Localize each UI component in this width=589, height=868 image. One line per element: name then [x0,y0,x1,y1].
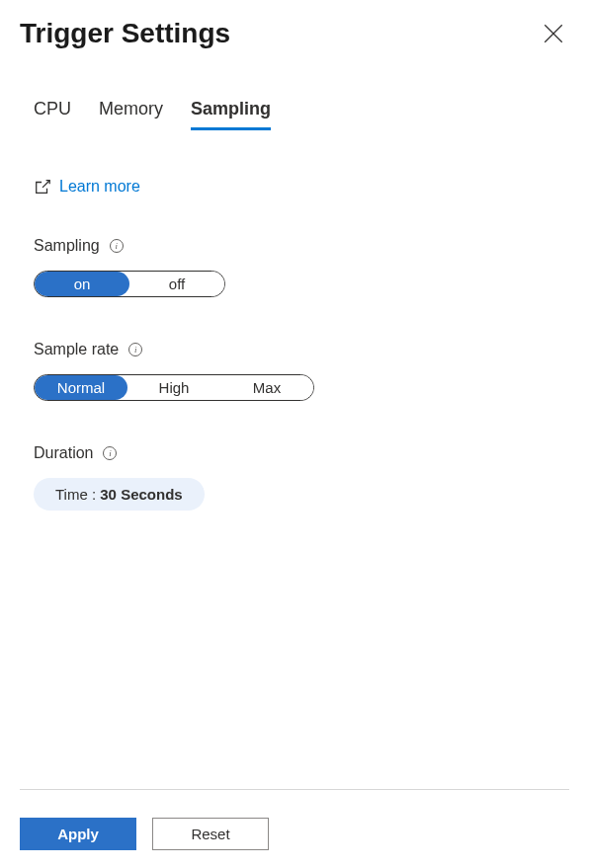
sample-rate-selector: Normal High Max [34,374,314,401]
sample-rate-max-option[interactable]: Max [220,375,313,400]
external-link-icon [34,178,51,196]
panel-header: Trigger Settings [20,18,569,49]
sampling-off-option[interactable]: off [129,272,224,296]
duration-pill[interactable]: Time : 30 Seconds [34,478,205,511]
info-icon[interactable]: i [110,239,124,253]
page-title: Trigger Settings [20,18,230,49]
duration-label-row: Duration i [34,444,569,462]
sampling-toggle: on off [34,271,225,297]
info-icon[interactable]: i [128,343,142,356]
close-button[interactable] [544,24,563,43]
tab-list: CPU Memory Sampling [20,99,569,130]
sampling-label: Sampling [34,237,100,255]
reset-button[interactable]: Reset [152,818,269,850]
footer-divider [20,789,569,790]
apply-button[interactable]: Apply [20,818,136,850]
info-icon[interactable]: i [103,446,117,460]
svg-line-2 [42,181,49,188]
sample-rate-normal-option[interactable]: Normal [35,375,127,400]
sample-rate-high-option[interactable]: High [127,375,220,400]
learn-more-link[interactable]: Learn more [59,178,140,196]
sampling-label-row: Sampling i [34,237,569,255]
footer-buttons: Apply Reset [20,818,569,850]
sample-rate-field: Sample rate i Normal High Max [34,341,569,401]
tab-memory[interactable]: Memory [99,99,163,130]
duration-label: Duration [34,444,93,462]
sample-rate-label: Sample rate [34,341,119,358]
learn-more-row: Learn more [34,178,569,196]
tab-sampling[interactable]: Sampling [191,99,271,130]
duration-field: Duration i Time : 30 Seconds [34,444,569,511]
sample-rate-label-row: Sample rate i [34,341,569,358]
content-area: Learn more Sampling i on off Sample rate… [20,178,569,511]
sampling-on-option[interactable]: on [35,272,129,296]
sampling-field: Sampling i on off [34,237,569,297]
duration-prefix: Time : [55,486,100,503]
tab-cpu[interactable]: CPU [34,99,71,130]
footer: Apply Reset [20,789,569,850]
duration-value: 30 Seconds [100,486,182,503]
close-icon [544,24,563,43]
